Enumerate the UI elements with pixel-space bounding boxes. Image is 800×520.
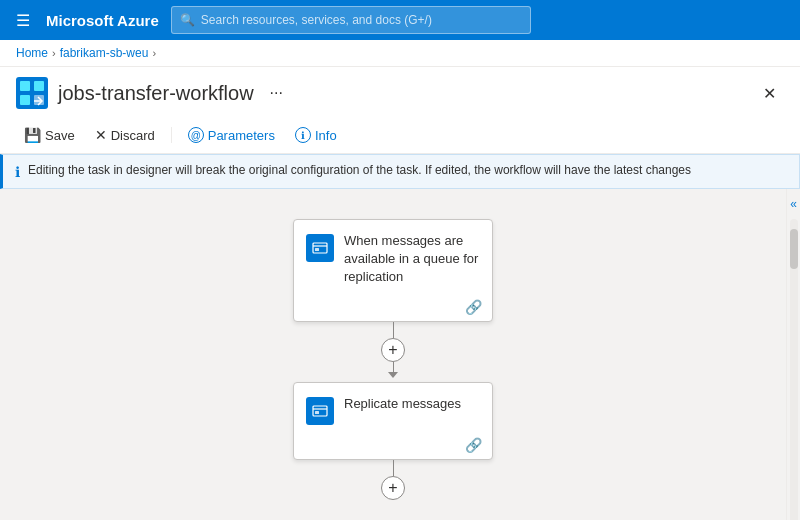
node-1-icon [306,234,334,262]
info-banner-icon: ℹ [15,164,20,180]
more-options-button[interactable]: ··· [264,82,289,104]
toolbar: 💾 Save ✕ Discard @ Parameters ℹ Info [16,117,784,153]
breadcrumb-home[interactable]: Home [16,46,48,60]
bottom-line [393,460,394,476]
toolbar-separator [171,127,172,143]
hamburger-icon[interactable]: ☰ [12,7,34,34]
save-button[interactable]: 💾 Save [16,123,83,147]
info-label: Info [315,128,337,143]
add-step-button-1[interactable]: + [381,338,405,362]
parameters-icon: @ [188,127,204,143]
svg-rect-7 [313,406,327,416]
connector-1: + [381,322,405,382]
scrollbar-thumb[interactable] [790,229,798,269]
page-header: jobs-transfer-workflow ··· ✕ 💾 Save ✕ Di… [0,67,800,154]
breadcrumb-sep-2: › [152,47,156,59]
connector-line-bottom [393,362,394,372]
workflow-node-2[interactable]: Replicate messages 🔗 [293,382,493,460]
canvas-area: When messages are available in a queue f… [0,189,800,520]
add-step-button-2[interactable]: + [381,476,405,500]
info-banner: ℹ Editing the task in designer will brea… [0,154,800,189]
node-2-title: Replicate messages [344,395,461,413]
breadcrumb-fabrikam[interactable]: fabrikam-sb-weu [60,46,149,60]
workflow-node-1[interactable]: When messages are available in a queue f… [293,219,493,322]
save-label: Save [45,128,75,143]
info-icon: ℹ [295,127,311,143]
search-icon: 🔍 [180,13,195,27]
svg-rect-6 [315,248,319,251]
nav-search[interactable]: 🔍 Search resources, services, and docs (… [171,6,531,34]
info-banner-text: Editing the task in designer will break … [28,163,691,177]
svg-rect-1 [20,81,30,91]
node-2-link-icon: 🔗 [465,437,482,453]
search-placeholder: Search resources, services, and docs (G+… [201,13,432,27]
scrollbar-panel: « [786,189,800,520]
info-button[interactable]: ℹ Info [287,123,345,147]
svg-rect-5 [313,243,327,253]
connector-2: + [381,460,405,510]
page-icon [16,77,48,109]
node-2-footer: 🔗 [294,433,492,459]
parameters-label: Parameters [208,128,275,143]
save-icon: 💾 [24,127,41,143]
discard-button[interactable]: ✕ Discard [87,123,163,147]
collapse-panel-icon[interactable]: « [786,193,800,215]
svg-rect-2 [34,81,44,91]
scrollbar-track[interactable] [790,219,798,520]
parameters-button[interactable]: @ Parameters [180,123,283,147]
close-button[interactable]: ✕ [755,80,784,107]
nav-brand: Microsoft Azure [46,12,159,29]
svg-rect-8 [315,411,319,414]
node-2-icon [306,397,334,425]
connector-arrow [388,372,398,378]
breadcrumb-sep-1: › [52,47,56,59]
discard-label: Discard [111,128,155,143]
discard-icon: ✕ [95,127,107,143]
nav-bar: ☰ Microsoft Azure 🔍 Search resources, se… [0,0,800,40]
node-1-title: When messages are available in a queue f… [344,232,480,287]
canvas-content: When messages are available in a queue f… [293,209,493,515]
node-1-link-icon: 🔗 [465,299,482,315]
connector-line-top [393,322,394,338]
page-title: jobs-transfer-workflow [58,82,254,105]
svg-rect-3 [20,95,30,105]
breadcrumb: Home › fabrikam-sb-weu › [0,40,800,67]
canvas-scroll[interactable]: When messages are available in a queue f… [0,189,786,520]
node-1-footer: 🔗 [294,295,492,321]
